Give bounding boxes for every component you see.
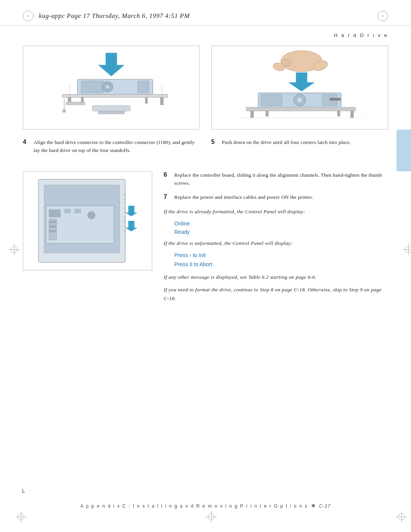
step-6-entry: 6 Replace the controller board, sliding … (164, 171, 388, 187)
step-5-col: 5 Push down on the drive until all four … (211, 139, 388, 160)
svg-rect-54 (49, 209, 61, 217)
press-action-2: to Abort (194, 260, 212, 269)
step-4-entry: 4 Align the hard drive connector to the … (23, 139, 200, 155)
main-content: 4 Align the hard drive connector to the … (0, 38, 411, 318)
header-circle-left (23, 11, 33, 21)
svg-rect-38 (266, 111, 268, 116)
step-6-number: 6 (164, 171, 170, 187)
svg-rect-14 (98, 111, 124, 114)
press-lines: Press › to Init Press II to Abort (174, 251, 388, 269)
svg-rect-5 (138, 81, 149, 93)
step-4-number: 4 (23, 139, 30, 155)
svg-rect-2 (81, 81, 104, 93)
press-init-line: Press › to Init (174, 251, 388, 260)
step-7-entry: 7 Replace the power and interface cables… (164, 193, 388, 201)
para-format: If you need to format the drive, continu… (164, 286, 388, 303)
right-steps-col: 6 Replace the controller board, sliding … (164, 171, 388, 303)
image-step-5 (211, 46, 388, 129)
section-label: H a r d D r i v e (0, 26, 411, 38)
svg-point-25 (298, 98, 302, 102)
svg-rect-59 (49, 221, 57, 223)
svg-rect-61 (49, 230, 57, 232)
svg-marker-22 (288, 72, 315, 91)
svg-rect-35 (246, 107, 355, 111)
header-title: kug-appc Page 17 Thursday, March 6, 1997… (39, 12, 190, 20)
svg-rect-13 (92, 106, 130, 111)
svg-rect-56 (74, 209, 81, 213)
header-circle-right (378, 11, 388, 21)
svg-rect-30 (333, 99, 333, 100)
svg-rect-29 (331, 99, 332, 100)
svg-rect-34 (339, 99, 339, 100)
svg-rect-8 (160, 97, 163, 105)
top-images-row (23, 46, 388, 129)
header-circle-inner-right (382, 15, 384, 17)
step-5-text: Push down on the drive until all four co… (222, 139, 351, 147)
svg-point-4 (106, 85, 110, 89)
header: kug-appc Page 17 Thursday, March 6, 1997… (0, 0, 411, 26)
svg-rect-6 (62, 94, 168, 97)
footer: A p p e n d i x C : I n s t a l l i n g … (0, 503, 411, 509)
step-4-col: 4 Align the hard drive connector to the … (23, 139, 200, 160)
step-7-number: 7 (164, 193, 170, 201)
step-6-text: Replace the controller board, sliding it… (174, 171, 388, 187)
svg-point-21 (281, 59, 292, 66)
press-word-1: Press (174, 251, 188, 260)
page-container: kug-appc Page 17 Thursday, March 6, 1997… (0, 0, 411, 532)
svg-point-57 (88, 211, 95, 219)
press-action-1: to Init (193, 251, 206, 260)
press-key-2: II (190, 260, 193, 269)
svg-rect-32 (336, 99, 336, 100)
header-circle-inner (27, 15, 29, 17)
svg-rect-33 (337, 99, 338, 100)
svg-marker-63 (125, 221, 137, 232)
svg-rect-31 (334, 99, 335, 100)
press-key-1: › (190, 251, 191, 260)
svg-point-16 (63, 109, 66, 112)
footer-text: A p p e n d i x C : I n s t a l l i n g … (80, 503, 308, 509)
svg-marker-62 (125, 206, 137, 216)
svg-rect-36 (251, 111, 254, 118)
steps-4-5-text: 4 Align the hard drive connector to the … (23, 139, 388, 160)
svg-rect-39 (338, 111, 340, 116)
svg-marker-0 (98, 53, 124, 76)
l-mark: L (22, 488, 25, 494)
para-other-message: If any other message is displayed, see T… (164, 273, 388, 282)
svg-rect-60 (49, 225, 57, 228)
svg-rect-37 (350, 111, 354, 118)
display-formatted: Online Ready (174, 219, 388, 236)
step-5-number: 5 (211, 139, 218, 147)
display-line-online: Online (174, 219, 388, 228)
step-7-text: Replace the power and interface cables a… (174, 193, 313, 201)
step-4-text: Align the hard drive connector to the co… (33, 139, 200, 155)
press-word-2: Press (174, 260, 188, 269)
image-step-6 (23, 171, 152, 270)
svg-rect-26 (261, 94, 282, 106)
para-unformatted: If the drive is unformatted, the Control… (164, 239, 388, 248)
footer-page: C-17 (319, 503, 331, 509)
image-step-4 (23, 46, 200, 129)
display-line-ready: Ready (174, 228, 388, 236)
svg-rect-55 (64, 209, 71, 213)
para-formatted: If the drive is already formatted, the C… (164, 208, 388, 216)
step-5-entry: 5 Push down on the drive until all four … (211, 139, 388, 147)
second-image-row: 6 Replace the controller board, sliding … (23, 171, 388, 303)
footer-diamond: ❖ (311, 503, 316, 509)
press-abort-line: Press II to Abort (174, 260, 388, 269)
svg-rect-17 (66, 102, 85, 105)
svg-rect-10 (145, 97, 148, 104)
